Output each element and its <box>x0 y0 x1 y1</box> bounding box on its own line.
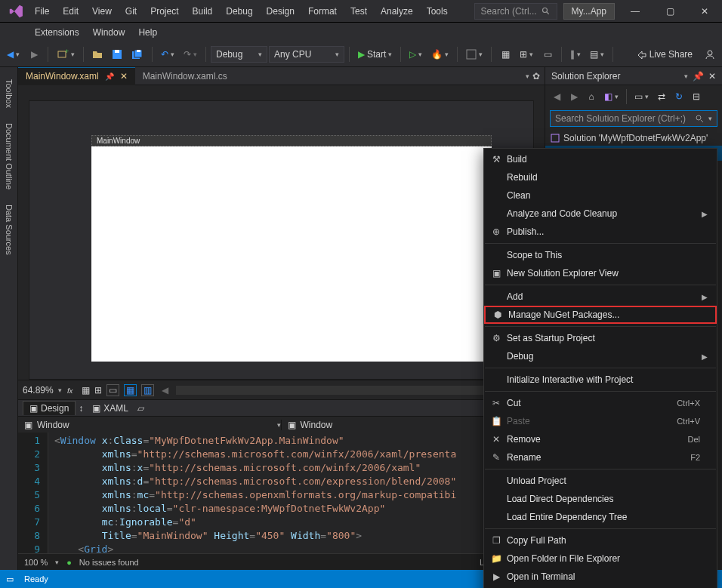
output-icon[interactable]: ▭ <box>6 574 14 584</box>
solution-search[interactable]: Search Solution Explorer (Ctrl+;) ▾ <box>550 110 717 127</box>
se-home[interactable]: ⌂ <box>583 88 600 105</box>
snap-button[interactable]: ⊞▾ <box>516 45 537 63</box>
ctx-scope-to-this[interactable]: Scope to This <box>484 246 717 264</box>
tab-settings-icon[interactable]: ✿ <box>532 71 540 82</box>
ctx-unload-project[interactable]: Unload Project <box>484 472 717 490</box>
pin-icon[interactable]: 📌 <box>105 72 114 81</box>
ctx-add[interactable]: Add▶ <box>484 288 717 306</box>
ctx-build[interactable]: ⚒Build <box>484 150 717 168</box>
menu-tools[interactable]: Tools <box>421 3 454 20</box>
ctx-open-folder-in-file-explorer[interactable]: 📁Open Folder in File Explorer <box>484 550 717 568</box>
ctx-publish[interactable]: ⊕Publish... <box>484 223 717 241</box>
ctx-clean[interactable]: Clean <box>484 186 717 205</box>
grid-button[interactable]: ▦ <box>496 45 514 63</box>
ctx-analyze-and-code-cleanup[interactable]: Analyze and Code Cleanup▶ <box>484 205 717 223</box>
live-share-button[interactable]: Live Share <box>633 45 696 63</box>
feedback-button[interactable] <box>701 45 719 63</box>
panel-toggle-3[interactable]: ▥ <box>141 384 154 396</box>
solution-node[interactable]: Solution 'MyWpfDotnetFwkWv2App' <box>545 131 722 146</box>
se-refresh[interactable]: ↻ <box>671 88 687 105</box>
window-preview[interactable]: MainWindow <box>91 135 492 362</box>
panel-close-icon[interactable]: ✕ <box>708 71 716 82</box>
se-switch-views[interactable]: ◧▾ <box>600 88 622 105</box>
tab-mainwindow-xaml[interactable]: MainWindow.xaml 📌 ✕ <box>18 67 135 85</box>
menu-format[interactable]: Format <box>302 3 343 20</box>
undo-button[interactable]: ↶▾ <box>157 45 178 63</box>
scope-dropdown-left[interactable]: ▣ Window▾ <box>18 420 282 430</box>
ctx-initialize-interactive-with-project[interactable]: Initialize Interactive with Project <box>484 371 717 389</box>
redo-button[interactable]: ↷▾ <box>180 45 201 63</box>
minimize-button[interactable]: ― <box>621 2 649 21</box>
ctx-new-solution-explorer-view[interactable]: ▣New Solution Explorer View <box>484 264 717 282</box>
ctx-load-entire-dependency-tree[interactable]: Load Entire Dependency Tree <box>484 508 717 526</box>
se-back[interactable]: ◀ <box>548 88 565 105</box>
menu-git[interactable]: Git <box>119 3 143 20</box>
rail-toolbox[interactable]: Toolbox <box>3 72 15 115</box>
menu-file[interactable]: File <box>29 3 55 20</box>
se-pending[interactable]: ▭▾ <box>631 88 653 105</box>
start-no-debug-button[interactable]: ▷▾ <box>406 45 426 63</box>
panel-pin-icon[interactable]: 📌 <box>693 71 704 82</box>
menu-window[interactable]: Window <box>87 24 131 41</box>
zoom-level[interactable]: 64.89% <box>23 385 54 396</box>
menu-edit[interactable]: Edit <box>57 3 85 20</box>
nav-forward-button[interactable]: ▶ <box>25 45 43 63</box>
grid-toggle-icon[interactable]: ▦ <box>82 385 90 396</box>
design-surface[interactable]: MainWindow <box>29 100 534 380</box>
menu-analyze[interactable]: Analyze <box>375 3 419 20</box>
ctx-cut[interactable]: ✂CutCtrl+X <box>484 394 717 412</box>
start-button[interactable]: ▶ Start ▾ <box>354 45 396 63</box>
ctx-debug[interactable]: Debug▶ <box>484 347 717 365</box>
tool-btn-1[interactable]: ▾ <box>462 45 486 63</box>
menu-design[interactable]: Design <box>261 3 301 20</box>
panel-toggle-1[interactable]: ▭ <box>106 384 119 396</box>
fx-icon[interactable]: fx <box>66 385 77 396</box>
nav-back-button[interactable]: ◀▾ <box>3 45 23 63</box>
se-collapse[interactable]: ⊟ <box>688 88 705 105</box>
tab-overflow-button[interactable]: ▾ <box>526 72 529 80</box>
menu-test[interactable]: Test <box>344 3 373 20</box>
tab-mainwindow-xaml-cs[interactable]: MainWindow.xaml.cs <box>135 67 235 85</box>
se-sync[interactable]: ⇄ <box>653 88 670 105</box>
align-button[interactable]: ∥▾ <box>566 45 585 63</box>
menu-extensions[interactable]: Extensions <box>29 24 85 41</box>
close-button[interactable]: ✕ <box>690 2 719 21</box>
snap-toggle-icon[interactable]: ⊞ <box>94 385 102 396</box>
ctx-open-in-terminal[interactable]: ▶Open in Terminal <box>484 568 717 586</box>
no-issues-text[interactable]: No issues found <box>79 558 139 567</box>
global-search[interactable]: Search (Ctrl... <box>474 3 557 20</box>
close-icon[interactable]: ✕ <box>120 71 128 82</box>
menu-help[interactable]: Help <box>132 24 163 41</box>
maximize-button[interactable]: ▢ <box>656 2 684 21</box>
rail-data-sources[interactable]: Data Sources <box>3 197 15 263</box>
zoom-pct[interactable]: 100 % <box>24 558 48 567</box>
code-content[interactable]: <Window x:Class="MyWpfDotnetFwkWv2App.Ma… <box>48 433 456 553</box>
hot-reload-button[interactable]: 🔥▾ <box>427 45 452 63</box>
menu-view[interactable]: View <box>86 3 118 20</box>
platform-dropdown[interactable]: Any CPU▾ <box>269 46 344 63</box>
popout-icon[interactable]: ▱ <box>137 403 144 414</box>
save-button[interactable] <box>108 45 126 63</box>
ctx-copy-full-path[interactable]: ❐Copy Full Path <box>484 531 717 550</box>
xaml-view-tab[interactable]: ▣ XAML <box>86 402 134 415</box>
design-view-tab[interactable]: ▣ Design <box>23 401 76 415</box>
ctx-set-as-startup-project[interactable]: ⚙Set as Startup Project <box>484 329 717 347</box>
group-button[interactable]: ▤▾ <box>586 45 608 63</box>
ctx-manage-nuget-packages[interactable]: ⬢Manage NuGet Packages... <box>484 306 717 324</box>
rail-document-outline[interactable]: Document Outline <box>3 115 15 197</box>
ctx-rename[interactable]: ✎RenameF2 <box>484 448 717 466</box>
save-all-button[interactable] <box>128 45 147 63</box>
swap-panes-icon[interactable]: ↕ <box>79 403 83 414</box>
panel-menu-icon[interactable]: ▾ <box>684 72 688 80</box>
ctx-remove[interactable]: ✕RemoveDel <box>484 430 717 448</box>
se-fwd[interactable]: ▶ <box>566 88 582 105</box>
menu-debug[interactable]: Debug <box>220 3 258 20</box>
menu-project[interactable]: Project <box>144 3 184 20</box>
solution-name-badge[interactable]: My...App <box>563 3 615 20</box>
layout-button[interactable]: ▭ <box>538 45 557 63</box>
config-dropdown[interactable]: Debug▾ <box>211 46 267 63</box>
panel-toggle-2[interactable]: ▦ <box>124 384 137 396</box>
new-project-button[interactable]: +▾ <box>53 45 79 63</box>
menu-build[interactable]: Build <box>187 3 219 20</box>
ctx-rebuild[interactable]: Rebuild <box>484 168 717 186</box>
